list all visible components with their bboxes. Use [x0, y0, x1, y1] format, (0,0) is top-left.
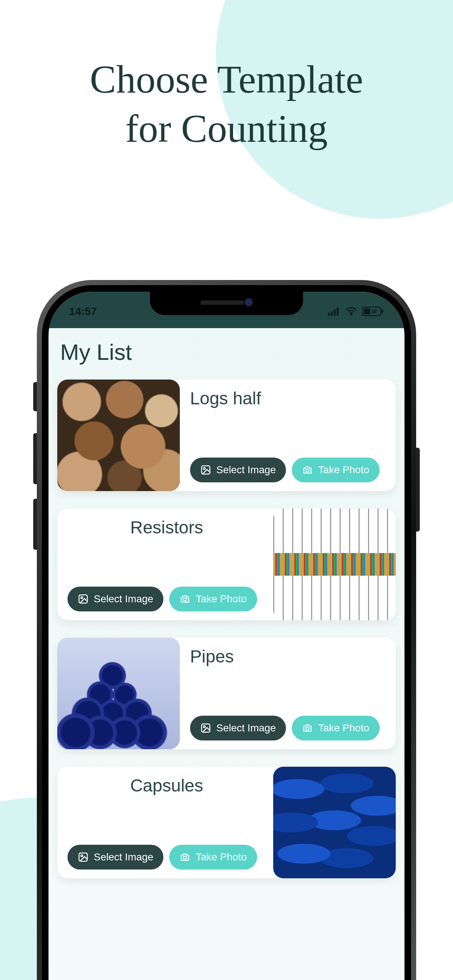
select-image-button[interactable]: Select Image [67, 845, 163, 870]
select-image-label: Select Image [94, 593, 153, 605]
svg-point-9 [204, 468, 205, 469]
template-thumbnail [273, 767, 396, 878]
svg-rect-3 [337, 308, 338, 316]
template-title: Capsules [67, 775, 266, 795]
select-image-button[interactable]: Select Image [67, 587, 163, 611]
template-thumbnail [57, 638, 180, 749]
camera-icon [179, 593, 190, 605]
template-card[interactable]: Resistors Select Image Take Photo [57, 509, 396, 620]
select-image-button[interactable]: Select Image [190, 716, 286, 740]
camera-icon [179, 852, 190, 862]
image-icon [78, 593, 89, 605]
battery-icon: 38 [362, 307, 384, 316]
take-photo-button[interactable]: Take Photo [169, 845, 257, 870]
take-photo-label: Take Photo [318, 464, 369, 476]
statusbar-time: 14:57 [69, 305, 97, 318]
phone-side-button [33, 433, 37, 484]
template-title: Logs half [190, 388, 388, 408]
svg-rect-6 [381, 310, 383, 313]
select-image-label: Select Image [94, 851, 153, 863]
battery-percent: 38 [371, 309, 377, 314]
select-image-label: Select Image [216, 722, 276, 734]
headline-line1: Choose Template [90, 57, 363, 101]
status-right: 38 [328, 307, 384, 316]
svg-point-19 [183, 856, 187, 859]
template-title: Pipes [190, 646, 388, 667]
template-card[interactable]: Logs half Select Image Take Photo [57, 380, 396, 491]
phone-screen: 14:57 38 My List [48, 292, 405, 980]
template-card[interactable]: Pipes Select Image Take Photo [57, 638, 396, 749]
select-image-button[interactable]: Select Image [190, 458, 286, 482]
svg-rect-2 [334, 310, 335, 316]
headline-line2: for Counting [126, 107, 328, 150]
phone-side-button [33, 499, 37, 550]
take-photo-label: Take Photo [196, 851, 247, 863]
camera-icon [302, 722, 313, 733]
svg-rect-11 [79, 595, 88, 603]
image-icon [78, 852, 89, 862]
signal-icon [328, 307, 340, 316]
page-title: My List [60, 339, 396, 365]
svg-point-18 [81, 855, 83, 857]
phone-notch [150, 292, 303, 315]
svg-point-16 [306, 727, 309, 730]
svg-point-12 [81, 597, 83, 599]
svg-point-13 [183, 598, 187, 601]
svg-point-10 [306, 469, 309, 472]
svg-rect-17 [79, 853, 88, 862]
image-icon [200, 465, 211, 476]
take-photo-button[interactable]: Take Photo [169, 587, 257, 611]
svg-rect-0 [328, 313, 330, 316]
svg-rect-7 [364, 309, 370, 314]
take-photo-button[interactable]: Take Photo [292, 458, 379, 482]
promo-headline: Choose Template for Counting [0, 0, 453, 153]
svg-point-15 [204, 726, 205, 728]
svg-rect-1 [331, 311, 333, 316]
camera-icon [302, 465, 313, 476]
phone-side-button [416, 448, 420, 531]
app-content: My List Logs half Select Image [48, 328, 405, 980]
take-photo-label: Take Photo [196, 593, 247, 605]
take-photo-label: Take Photo [318, 722, 369, 734]
select-image-label: Select Image [216, 464, 276, 476]
svg-rect-8 [202, 466, 210, 474]
svg-point-4 [351, 314, 353, 316]
template-thumbnail [57, 380, 180, 491]
template-thumbnail [273, 509, 396, 620]
template-card[interactable]: Capsules Select Image Take Photo [57, 767, 396, 878]
template-title: Resistors [67, 517, 266, 538]
wifi-icon [345, 307, 357, 316]
phone-frame: 14:57 38 My List [37, 280, 416, 980]
svg-rect-14 [202, 724, 210, 732]
phone-side-button [33, 382, 37, 411]
image-icon [200, 722, 211, 733]
take-photo-button[interactable]: Take Photo [292, 716, 379, 740]
